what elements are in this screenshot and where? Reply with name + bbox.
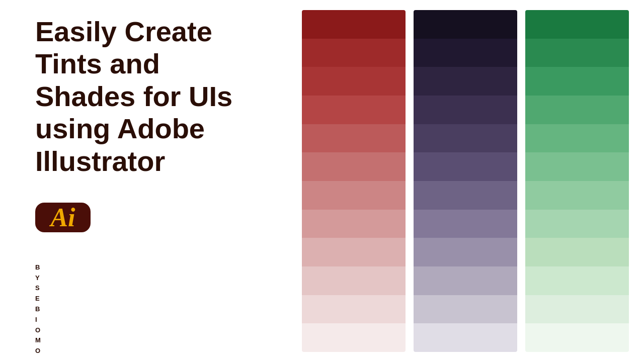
color-swatch-8: [302, 238, 406, 266]
color-swatch-10: [525, 295, 629, 324]
color-swatch-4: [525, 124, 629, 153]
color-swatch-11: [302, 323, 406, 352]
color-swatch-10: [302, 295, 406, 324]
color-swatch-7: [525, 210, 629, 238]
color-swatch-3: [414, 96, 517, 124]
purple-column: [414, 10, 517, 352]
ai-logo-text: Ai: [50, 203, 75, 232]
color-swatch-11: [414, 323, 517, 352]
color-swatch-9: [302, 266, 406, 295]
byline: BYSEBIOMO: [35, 262, 262, 356]
color-swatch-6: [414, 181, 517, 210]
color-swatch-6: [302, 181, 406, 210]
color-swatch-3: [525, 96, 629, 124]
color-swatch-9: [525, 266, 629, 295]
color-palette-panel: [292, 0, 644, 362]
color-swatch-2: [302, 67, 406, 96]
color-swatch-2: [414, 67, 517, 96]
color-swatch-10: [414, 295, 517, 324]
left-panel: Easily Create Tints and Shades for UIs u…: [0, 0, 292, 362]
color-swatch-1: [414, 39, 517, 67]
color-swatch-6: [525, 181, 629, 210]
color-swatch-5: [302, 152, 406, 181]
color-swatch-7: [414, 210, 517, 238]
color-swatch-3: [302, 96, 406, 124]
color-swatch-11: [525, 323, 629, 352]
color-swatch-0: [525, 10, 629, 39]
page-title: Easily Create Tints and Shades for UIs u…: [35, 16, 262, 177]
color-swatch-8: [525, 238, 629, 266]
green-column: [525, 10, 629, 352]
color-swatch-0: [414, 10, 517, 39]
red-column: [302, 10, 406, 352]
color-swatch-7: [302, 210, 406, 238]
color-swatch-2: [525, 67, 629, 96]
ai-illustrator-logo: Ai: [35, 203, 91, 232]
color-swatch-4: [302, 124, 406, 153]
color-swatch-5: [414, 152, 517, 181]
color-swatch-4: [414, 124, 517, 153]
color-swatch-1: [302, 39, 406, 67]
color-swatch-1: [525, 39, 629, 67]
color-swatch-8: [414, 238, 517, 266]
color-swatch-5: [525, 152, 629, 181]
color-swatch-9: [414, 266, 517, 295]
color-swatch-0: [302, 10, 406, 39]
